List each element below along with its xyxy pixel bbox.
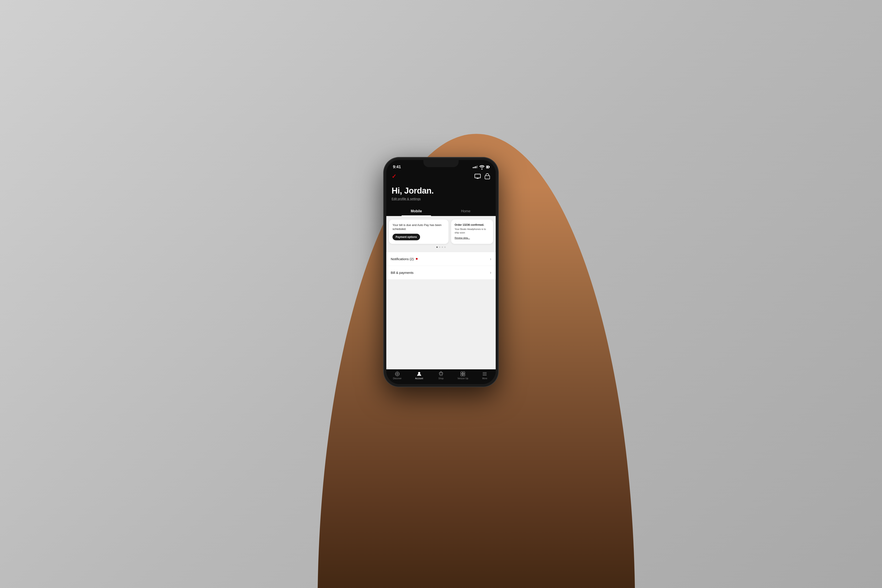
billing-list-item[interactable]: Bill & payments › [386,266,496,279]
phone-notch [423,160,459,167]
payment-card-text: Your bill is due and Auto Pay has been s… [393,223,445,231]
wifi-icon [479,165,485,170]
tv-icon[interactable] [474,173,481,180]
tabs-section: Mobile Home [386,206,496,216]
scrollable-content: Your bill is due and Auto Pay has been s… [386,216,496,369]
more-label: More [482,377,487,380]
edit-profile-link[interactable]: Edit profile & settings [392,197,421,201]
greeting-text: Hi, Jordan. [392,186,490,195]
carousel-dots [386,246,496,250]
svg-rect-15 [461,374,463,376]
svg-point-5 [397,373,398,375]
shopping-bag-icon[interactable] [484,173,490,180]
status-icons [473,165,489,170]
svg-rect-3 [485,176,490,179]
shop-icon [438,371,444,376]
phone-device: 9:41 [384,158,498,387]
notification-badge [416,258,418,260]
order-card-title: Order 13236 confirmed. [454,223,489,227]
notifications-list-item[interactable]: Notifications (2) › [386,252,496,266]
greeting-section: Hi, Jordan. Edit profile & settings [386,184,496,206]
billing-arrow: › [490,270,491,275]
shop-label: Shop [438,377,443,380]
svg-rect-13 [461,372,463,374]
tab-home[interactable]: Home [441,206,490,216]
review-details-link[interactable]: Review deta... [454,237,470,239]
nav-verizon-up[interactable]: Verizon Up [452,371,474,380]
verizon-up-icon [460,371,465,376]
signal-icon [473,166,478,168]
dot-1 [436,246,438,248]
header-icons [474,173,490,180]
svg-rect-16 [463,374,465,376]
status-time: 9:41 [393,165,401,170]
svg-rect-14 [463,372,465,374]
tab-mobile[interactable]: Mobile [392,206,441,216]
svg-point-10 [418,372,420,374]
notifications-arrow: › [490,256,491,261]
svg-rect-0 [475,174,480,178]
bottom-nav: Discover Account [386,369,496,384]
more-icon [482,371,487,376]
nav-discover[interactable]: Discover [386,371,408,380]
nav-shop[interactable]: Shop [430,371,452,380]
cards-carousel: Your bill is due and Auto Pay has been s… [386,216,496,246]
nav-more[interactable]: More [474,371,496,380]
nav-account[interactable]: Account [408,371,430,380]
app-header: ✓ [386,171,496,184]
discover-icon [395,371,400,376]
discover-label: Discover [393,377,402,380]
account-icon [417,371,422,376]
notifications-label: Notifications (2) [391,257,414,261]
payment-options-button[interactable]: Payment options [393,234,420,240]
dot-3 [442,246,443,248]
order-card: Order 13236 confirmed. Your Beats Headph… [451,220,493,244]
svg-point-11 [440,375,441,376]
payment-card: Your bill is due and Auto Pay has been s… [389,220,448,244]
dot-2 [439,246,440,248]
list-section: Notifications (2) › Bill & payments › [386,252,496,279]
account-label: Account [415,377,423,380]
verizon-logo: ✓ [392,174,396,179]
dot-4 [444,246,446,248]
billing-label: Bill & payments [391,271,413,274]
battery-icon [486,166,489,168]
verizon-up-label: Verizon Up [458,377,468,380]
svg-point-12 [442,375,442,376]
order-card-body: Your Beats Headphones is to ship soon [454,228,489,234]
